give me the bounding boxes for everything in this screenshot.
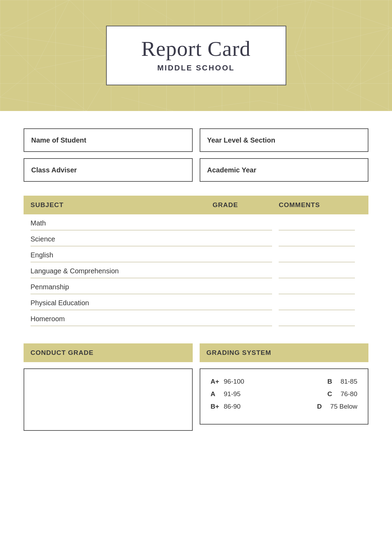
svg-line-16	[295, 52, 312, 111]
table-row: English	[24, 246, 368, 262]
grade-range: 91-95	[224, 390, 241, 398]
comment-line[interactable]	[279, 221, 355, 230]
svg-line-14	[347, 28, 392, 90]
header-banner: Report Card MIDDLE SCHOOL	[0, 0, 392, 111]
grade-line[interactable]	[212, 237, 272, 246]
grading-system-box: A+ 96-100 B 81-85 A 91-95 C 76-80 B+ 86-…	[200, 368, 369, 425]
svg-line-18	[347, 69, 392, 90]
grade-line[interactable]	[212, 221, 272, 230]
svg-line-10	[312, 0, 392, 28]
table-row: Math	[24, 214, 368, 230]
grade-letter: D	[317, 403, 328, 410]
table-row: Physical Education	[24, 294, 368, 310]
grade-entry-left: B+ 86-90	[211, 403, 241, 410]
grade-entry-right: C 76-80	[327, 390, 357, 398]
grade-range: 81-85	[340, 378, 357, 385]
title-box: Report Card MIDDLE SCHOOL	[106, 26, 286, 85]
subject-column-header: SUBJECT	[31, 201, 212, 209]
table-row: Language & Comprehension	[24, 262, 368, 278]
svg-line-23	[208, 101, 260, 108]
grade-entry-left: A+ 96-100	[211, 378, 244, 385]
subject-rows-container: Math Science English Language & Comprehe…	[24, 214, 368, 326]
grade-range: 96-100	[224, 378, 244, 385]
subject-name: Homeroom	[31, 315, 212, 326]
grade-range: 75 Below	[330, 403, 357, 410]
grade-line[interactable]	[212, 268, 272, 278]
bottom-section: CONDUCT GRADE GRADING SYSTEM A+ 96-100 B…	[24, 343, 368, 431]
grading-row: B+ 86-90 D 75 Below	[211, 403, 358, 410]
svg-line-4	[0, 35, 35, 69]
svg-line-24	[260, 101, 312, 111]
grade-letter: A	[211, 390, 221, 398]
svg-line-21	[277, 0, 312, 7]
grade-column-header: GRADE	[212, 201, 279, 209]
svg-line-0	[0, 0, 69, 35]
academic-year-field[interactable]: Academic Year	[200, 158, 369, 182]
conduct-grade-header: CONDUCT GRADE	[24, 343, 193, 362]
year-level-section-field[interactable]: Year Level & Section	[200, 128, 369, 152]
student-name-field[interactable]: Name of Student	[24, 128, 193, 152]
comment-line[interactable]	[279, 316, 355, 326]
svg-line-19	[139, 0, 173, 21]
report-card-title: Report Card	[124, 37, 268, 60]
subject-name: Physical Education	[31, 299, 212, 310]
svg-line-20	[243, 7, 277, 28]
svg-line-11	[295, 0, 312, 52]
conduct-grade-box[interactable]	[24, 368, 193, 431]
table-row: Science	[24, 230, 368, 246]
grade-letter: B+	[211, 403, 221, 410]
svg-line-22	[121, 97, 173, 111]
grade-entry-right: D 75 Below	[317, 403, 357, 410]
info-row-2: Class Adviser Academic Year	[24, 158, 368, 182]
grade-letter: C	[327, 390, 338, 398]
grades-table: SUBJECT GRADE COMMENTS Math Science Engl…	[24, 196, 368, 326]
info-row-1: Name of Student Year Level & Section	[24, 128, 368, 152]
subject-name: Science	[31, 235, 212, 246]
grade-entry-right: B 81-85	[327, 378, 357, 385]
grading-row: A+ 96-100 B 81-85	[211, 378, 358, 385]
content-area: Name of Student Year Level & Section Cla…	[0, 111, 392, 452]
comment-line[interactable]	[279, 268, 355, 278]
comment-line[interactable]	[279, 284, 355, 294]
svg-line-15	[347, 90, 392, 111]
grade-letter: A+	[211, 378, 221, 385]
grade-line[interactable]	[212, 284, 272, 294]
subject-name: Math	[31, 219, 212, 230]
svg-line-13	[295, 52, 347, 90]
svg-line-8	[0, 69, 35, 97]
conduct-grade-section: CONDUCT GRADE	[24, 343, 193, 431]
svg-line-7	[35, 69, 87, 111]
subject-name: Language & Comprehension	[31, 267, 212, 278]
grade-line[interactable]	[212, 300, 272, 310]
school-level-subtitle: MIDDLE SCHOOL	[124, 63, 268, 72]
grade-letter: B	[327, 378, 338, 385]
grade-entry-left: A 91-95	[211, 390, 241, 398]
subject-name: English	[31, 251, 212, 262]
subject-name: Penmanship	[31, 283, 212, 294]
comments-column-header: COMMENTS	[279, 201, 361, 209]
grade-range: 86-90	[224, 403, 241, 410]
grading-system-header: GRADING SYSTEM	[200, 343, 369, 362]
grade-line[interactable]	[212, 253, 272, 262]
svg-line-2	[0, 35, 121, 52]
grade-line[interactable]	[212, 316, 272, 326]
comment-line[interactable]	[279, 237, 355, 246]
grading-system-section: GRADING SYSTEM A+ 96-100 B 81-85 A 91-95…	[200, 343, 369, 431]
svg-line-9	[0, 97, 87, 111]
comment-line[interactable]	[279, 253, 355, 262]
svg-line-12	[295, 28, 392, 52]
table-row: Homeroom	[24, 310, 368, 326]
grade-range: 76-80	[340, 390, 357, 398]
table-row: Penmanship	[24, 278, 368, 294]
svg-line-3	[35, 0, 69, 69]
grading-row: A 91-95 C 76-80	[211, 390, 358, 398]
comment-line[interactable]	[279, 300, 355, 310]
table-header-row: SUBJECT GRADE COMMENTS	[24, 196, 368, 214]
class-adviser-field[interactable]: Class Adviser	[24, 158, 193, 182]
